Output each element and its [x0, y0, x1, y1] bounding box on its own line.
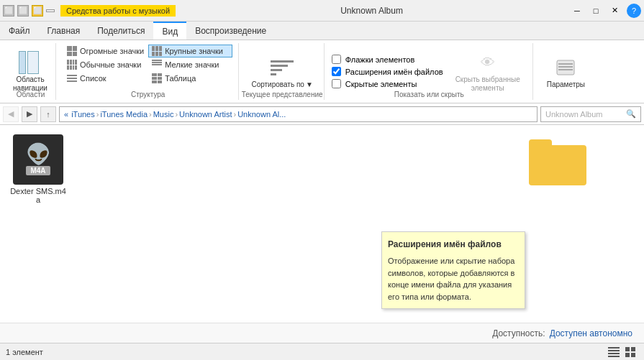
tb-icon-1: ⬜	[3, 5, 14, 17]
window-icons: ⬜ ⬜ ⬜	[3, 5, 55, 17]
maximize-button[interactable]: □	[586, 4, 605, 18]
details-view-icon	[608, 347, 620, 357]
path-itunes2[interactable]: iTunes	[71, 110, 95, 119]
folder-item[interactable]	[529, 139, 586, 185]
file-alien-icon: 👽	[26, 144, 51, 165]
availability-bar: Доступность: Доступен автономно	[0, 323, 644, 343]
areas-group: Областьнавигации Области	[6, 43, 56, 100]
search-box[interactable]: Unknown Album 🔍	[540, 106, 641, 122]
tooltip-body: Отображение или скрытие набора символов,…	[388, 255, 519, 303]
close-button[interactable]: ✕	[605, 4, 624, 18]
file-area: 👽 M4A Dexter SMS.m4a Расширения имён фай…	[0, 125, 644, 343]
back-button[interactable]: ◀	[3, 106, 19, 122]
svg-rect-4	[608, 347, 620, 349]
tab-file[interactable]: Файл	[0, 22, 39, 40]
table-label: Таблица	[165, 74, 196, 83]
svg-rect-3	[558, 69, 573, 70]
tab-view[interactable]: Вид	[153, 22, 186, 40]
main-area: 👽 M4A Dexter SMS.m4a Расширения имён фай…	[0, 125, 644, 343]
structure-grid: Огромные значки Крупные значки Обычные з…	[63, 45, 232, 85]
huge-icons-btn[interactable]: Огромные значки	[63, 45, 148, 57]
path-artist[interactable]: Unknown Artist	[179, 110, 232, 119]
minimize-button[interactable]: ─	[568, 4, 586, 18]
show-hide-group: Флажки элементов Расширения имён файлов …	[326, 43, 533, 100]
huge-icons-label: Огромные значки	[80, 47, 144, 55]
path-album[interactable]: Unknown Al...	[237, 110, 286, 119]
path-itunes[interactable]: «	[64, 110, 68, 119]
hide-selected-icon: 👁	[475, 51, 501, 75]
svg-rect-8	[625, 347, 630, 351]
extensions-checkbox[interactable]	[332, 67, 341, 76]
svg-rect-1	[558, 63, 573, 65]
status-bar: 1 элемент	[0, 343, 644, 360]
search-icon: 🔍	[626, 109, 636, 119]
path-sep-1: ›	[96, 110, 99, 119]
large-view-button[interactable]	[624, 346, 638, 359]
address-bar: ◀ ▶ ↑ « iTunes › iTunes Media › Music › …	[0, 103, 644, 125]
ribbon-context-tab[interactable]: Средства работы с музыкой	[60, 5, 176, 17]
path-itunes-media[interactable]: iTunes Media	[100, 110, 148, 119]
flags-checkbox[interactable]	[332, 55, 341, 64]
dropdown-arrow	[46, 9, 55, 12]
current-view-label: Текущее представление	[240, 91, 323, 98]
folder-icon	[529, 139, 586, 185]
tb-icon-3: ⬜	[32, 5, 43, 17]
list-icon	[67, 73, 77, 83]
areas-group-label: Области	[6, 91, 55, 98]
params-icon	[553, 55, 579, 80]
path-music[interactable]: Music	[153, 110, 174, 119]
tab-home[interactable]: Главная	[39, 22, 89, 40]
large-icons-icon	[152, 46, 162, 56]
structure-group: Огромные значки Крупные значки Обычные з…	[58, 43, 239, 100]
normal-icons-btn[interactable]: Обычные значки	[63, 58, 148, 71]
file-badge: M4A	[26, 166, 50, 175]
hidden-label: Скрытые элементы	[345, 80, 417, 88]
ribbon-tabs: Файл Главная Поделиться Вид Воспроизведе…	[0, 22, 644, 40]
svg-rect-10	[625, 353, 630, 357]
folder-body	[529, 145, 586, 185]
svg-rect-7	[608, 356, 620, 357]
availability-value[interactable]: Доступен автономно	[550, 328, 632, 338]
nav-area-button[interactable]: Областьнавигации	[12, 47, 49, 96]
file-icon-bg: 👽 M4A	[13, 134, 63, 185]
params-content: Параметры	[540, 45, 591, 98]
large-view-icon	[625, 347, 637, 357]
hide-selected-button[interactable]: 👁 Скрыть выбранныеэлементы	[449, 47, 527, 96]
sort-label: Сортировать по ▼	[251, 80, 312, 88]
help-button[interactable]: ?	[627, 4, 641, 18]
path-sep-2: ›	[149, 110, 152, 119]
address-path[interactable]: « iTunes › iTunes Media › Music › Unknow…	[59, 106, 538, 122]
checkboxes: Флажки элементов Расширения имён файлов …	[332, 52, 443, 91]
svg-rect-2	[558, 66, 573, 68]
window-controls: ─ □ ✕ ?	[568, 4, 641, 18]
file-icon-wrapper: 👽 M4A	[13, 134, 63, 185]
forward-button[interactable]: ▶	[22, 106, 37, 122]
details-view-button[interactable]	[607, 346, 621, 359]
hidden-checkbox[interactable]	[332, 79, 341, 88]
extensions-label: Расширения имён файлов	[345, 68, 443, 76]
small-icons-btn[interactable]: Мелкие значки	[148, 58, 232, 71]
file-item-dexter[interactable]: 👽 M4A Dexter SMS.m4a	[6, 131, 71, 208]
nav-area-label: Областьнавигации	[13, 75, 47, 93]
current-view-group: Сортировать по ▼ Текущее представление	[240, 43, 324, 100]
tab-playback[interactable]: Воспроизведение	[186, 22, 275, 40]
svg-rect-5	[608, 350, 620, 351]
table-btn[interactable]: Таблица	[148, 72, 232, 85]
large-icons-btn[interactable]: Крупные значки	[148, 45, 232, 57]
sort-dropdown-icon: ▼	[306, 80, 313, 88]
status-text: 1 элемент	[6, 348, 43, 356]
extensions-checkbox-row: Расширения имён файлов	[332, 67, 443, 76]
tab-share[interactable]: Поделиться	[89, 22, 153, 40]
title-bar: ⬜ ⬜ ⬜ Средства работы с музыкой Unknown …	[0, 0, 644, 22]
params-button[interactable]: Параметры	[540, 47, 591, 96]
list-btn[interactable]: Список	[63, 72, 148, 85]
hide-selected-label: Скрыть выбранныеэлементы	[455, 75, 520, 93]
file-label: Dexter SMS.m4a	[9, 187, 67, 204]
svg-rect-9	[631, 347, 635, 351]
sort-button[interactable]: Сортировать по ▼	[246, 52, 317, 91]
list-label: Список	[80, 74, 106, 83]
path-sep-4: ›	[233, 110, 236, 119]
nav-area-icon	[19, 51, 42, 74]
up-button[interactable]: ↑	[40, 106, 56, 122]
table-icon	[152, 73, 162, 83]
